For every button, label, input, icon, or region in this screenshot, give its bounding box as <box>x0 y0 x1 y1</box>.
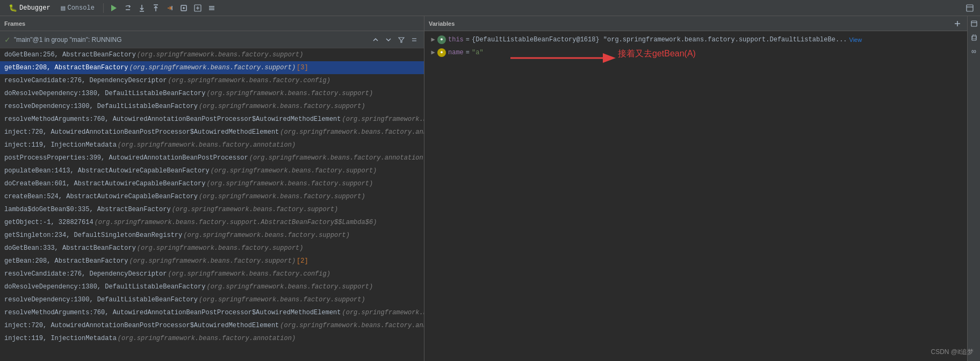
console-icon: ▤ <box>61 4 66 12</box>
add-variable-button[interactable] <box>952 18 963 29</box>
frame-package: (org.springframework.beans.factory.suppo… <box>137 50 304 60</box>
variables-panel: Variables ▶ ● this = {DefaultListableBea… <box>424 16 980 361</box>
frame-item[interactable]: resolveMethodArguments:760, AutowiredAnn… <box>0 113 424 126</box>
frame-item[interactable]: getBean:208, AbstractBeanFactory (org.sp… <box>0 255 424 268</box>
frame-item[interactable]: doCreateBean:601, AbstractAutowireCapabl… <box>0 177 424 190</box>
variable-name[interactable]: ▶ ● name = "a" <box>424 46 980 59</box>
settings-frames-button[interactable] <box>409 34 420 45</box>
thread-up-button[interactable] <box>370 34 381 45</box>
restore-layout-button[interactable] <box>964 2 976 14</box>
frame-item[interactable]: resolveCandidate:276, DependencyDescript… <box>0 74 424 87</box>
frame-package: (org.springframework.beans.factory.suppo… <box>211 166 377 176</box>
frame-method: doResolveDependency:1380, DefaultListabl… <box>4 282 205 292</box>
frame-package: (org.springframework.beans.factory.confi… <box>168 269 330 279</box>
frame-package: (org.springframework.beans.factory.suppo… <box>183 230 350 240</box>
filter-frames-button[interactable] <box>396 34 407 45</box>
frame-item[interactable]: inject:119, InjectionMetadata (org.sprin… <box>0 139 424 151</box>
frame-method: doResolveDependency:1380, DefaultListabl… <box>4 89 205 98</box>
frames-panel-header: Frames <box>0 16 424 31</box>
thread-down-button[interactable] <box>383 34 394 45</box>
frame-package: (org.springframework.beans.factory.suppo… <box>206 179 373 189</box>
step-into-button[interactable] <box>136 2 148 14</box>
frame-item[interactable]: lambda$doGetBean$0:335, AbstractBeanFact… <box>0 203 424 216</box>
frame-method: resolveDependency:1300, DefaultListableB… <box>4 295 198 305</box>
thread-info: ✓ "main"@1 in group "main": RUNNING <box>4 35 122 44</box>
this-equals: = <box>466 35 470 45</box>
frame-method: inject:720, AutowiredAnnotationBeanPostP… <box>4 321 279 330</box>
view-this-link[interactable]: View <box>849 35 862 45</box>
frame-item[interactable]: doGetBean:256, AbstractBeanFactory (org.… <box>0 48 424 61</box>
frames-panel-title: Frames <box>4 20 25 27</box>
thread-check-icon: ✓ <box>4 35 11 44</box>
show-execution-point-button[interactable] <box>108 2 120 14</box>
frame-package: (org.springframework.beans.factory.suppo… <box>199 295 365 305</box>
frame-package: (org.springframework.beans.factory.suppo… <box>129 256 296 266</box>
expand-name-icon: ▶ <box>429 48 437 57</box>
svg-marker-0 <box>111 5 117 11</box>
frames-panel: Frames ✓ "main"@1 in group "main": RUNNI… <box>0 16 424 361</box>
name-equals: = <box>466 48 470 57</box>
frame-item[interactable]: getSingleton:234, DefaultSingletonBeanRe… <box>0 229 424 242</box>
frame-method: resolveCandidate:276, DependencyDescript… <box>4 269 167 279</box>
copy-value-button[interactable] <box>969 32 979 43</box>
frame-package: (org.springframework.beans.factory.suppo… <box>206 282 373 292</box>
frame-method: resolveDependency:1300, DefaultListableB… <box>4 102 198 111</box>
frame-method: inject:119, InjectionMetadata <box>4 334 117 343</box>
frame-package: (org.springframework.beans.factory.confi… <box>168 76 330 85</box>
frame-item[interactable]: createBean:524, AbstractAutowireCapableB… <box>0 190 424 203</box>
infinity-button[interactable]: ∞ <box>969 46 979 57</box>
frame-item[interactable]: postProcessProperties:399, AutowiredAnno… <box>0 151 424 164</box>
frame-method: resolveMethodArguments:760, AutowiredAnn… <box>4 114 341 124</box>
frame-package: (org.springframework.beans.factory.suppo… <box>199 102 365 111</box>
tab-console[interactable]: ▤ Console <box>57 2 99 15</box>
collapse-sidebar-button[interactable] <box>969 18 979 29</box>
frame-method: postProcessProperties:399, AutowiredAnno… <box>4 153 248 163</box>
frame-item[interactable]: doResolveDependency:1380, DefaultListabl… <box>0 87 424 100</box>
run-to-cursor-button[interactable] <box>164 2 176 14</box>
frame-item[interactable]: inject:119, InjectionMetadata (org.sprin… <box>0 332 424 345</box>
right-sidebar: ∞ <box>967 16 980 361</box>
frame-item[interactable]: inject:720, AutowiredAnnotationBeanPostP… <box>0 319 424 332</box>
frame-item[interactable]: resolveCandidate:276, DependencyDescript… <box>0 268 424 280</box>
step-over-button[interactable] <box>122 2 134 14</box>
frame-method: inject:720, AutowiredAnnotationBeanPostP… <box>4 127 279 137</box>
name-var-value: "a" <box>472 48 484 57</box>
frame-badge: [3] <box>297 63 308 73</box>
evaluate-expression-button[interactable] <box>192 2 204 14</box>
frame-method: getBean:208, AbstractBeanFactory <box>4 256 128 266</box>
thread-name: "main"@1 in group "main": RUNNING <box>14 36 122 44</box>
frame-method: doGetBean:333, AbstractBeanFactory <box>4 243 136 253</box>
toolbar: 🐛 Debugger ▤ Console <box>0 0 980 16</box>
more-debugger-options-button[interactable] <box>206 2 218 14</box>
frame-item[interactable]: doGetBean:333, AbstractBeanFactory (org.… <box>0 242 424 255</box>
frame-item[interactable]: getBean:208, AbstractBeanFactory (org.sp… <box>0 61 424 74</box>
tab-debugger[interactable]: 🐛 Debugger <box>4 2 55 15</box>
frame-item[interactable]: resolveDependency:1300, DefaultListableB… <box>0 293 424 306</box>
frame-package: (org.springframework.beans.factory.annot… <box>118 140 296 150</box>
tab-debugger-label: Debugger <box>19 4 51 12</box>
frame-item[interactable]: populateBean:1413, AbstractAutowireCapab… <box>0 164 424 177</box>
force-run-to-cursor-button[interactable] <box>178 2 190 14</box>
thread-actions <box>370 34 420 45</box>
frame-item[interactable]: doResolveDependency:1380, DefaultListabl… <box>0 280 424 293</box>
frames-list[interactable]: doGetBean:256, AbstractBeanFactory (org.… <box>0 48 424 361</box>
frame-item[interactable]: resolveMethodArguments:760, AutowiredAnn… <box>0 306 424 319</box>
frame-package: (org.springframework.beans.factory.suppo… <box>95 218 377 227</box>
frame-item[interactable]: getObject:-1, 328827614 (org.springframe… <box>0 216 424 229</box>
frame-method: inject:119, InjectionMetadata <box>4 140 117 150</box>
frame-method: populateBean:1413, AbstractAutowireCapab… <box>4 166 210 176</box>
svg-rect-17 <box>967 5 973 11</box>
frame-item[interactable]: inject:720, AutowiredAnnotationBeanPostP… <box>0 126 424 139</box>
frame-package: (org.springframework.beans.factory.anno.… <box>280 127 424 137</box>
this-var-name: this <box>448 35 464 45</box>
frame-item[interactable]: resolveDependency:1300, DefaultListableB… <box>0 100 424 113</box>
frame-package: (org.springframework.beans.factory.suppo… <box>199 192 365 201</box>
frame-method: getBean:208, AbstractBeanFactory <box>4 63 128 73</box>
frame-package: (org.springframework.beans.factory.annot… <box>118 334 296 343</box>
variable-this[interactable]: ▶ ● this = {DefaultListableBeanFactory@1… <box>424 33 980 46</box>
this-type-icon: ● <box>437 35 446 44</box>
frame-package: (org.springframework.b... <box>342 114 424 124</box>
variables-panel-header: Variables <box>424 16 980 31</box>
step-out-button[interactable] <box>150 2 162 14</box>
frame-method: createBean:524, AbstractAutowireCapableB… <box>4 192 198 201</box>
